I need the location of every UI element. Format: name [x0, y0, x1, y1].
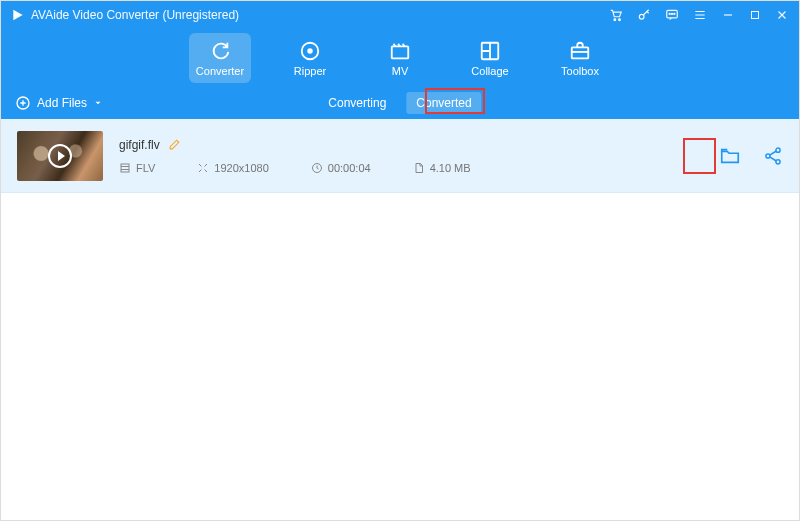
minimize-button[interactable]	[721, 8, 735, 22]
app-title: AVAide Video Converter (Unregistered)	[31, 8, 609, 22]
file-actions	[719, 145, 783, 167]
edit-name-icon[interactable]	[168, 138, 181, 151]
svg-point-4	[669, 13, 670, 14]
nav-label: MV	[392, 65, 409, 77]
meta-size: 4.10 MB	[413, 162, 471, 174]
nav-mv[interactable]: MV	[369, 33, 431, 83]
add-files-button[interactable]: Add Files	[15, 95, 103, 111]
svg-point-1	[619, 19, 621, 21]
key-icon[interactable]	[637, 8, 651, 22]
svg-point-2	[639, 14, 644, 19]
nav-label: Converter	[196, 65, 244, 77]
menu-icon[interactable]	[693, 8, 707, 22]
add-files-label: Add Files	[37, 96, 87, 110]
nav-label: Collage	[471, 65, 508, 77]
play-icon[interactable]	[48, 144, 72, 168]
nav-collage[interactable]: Collage	[459, 33, 521, 83]
svg-rect-12	[572, 47, 589, 58]
chevron-down-icon	[93, 98, 103, 108]
open-folder-button[interactable]	[719, 145, 741, 167]
maximize-button[interactable]	[749, 8, 761, 22]
content-area: gifgif.flv FLV 1920x1080	[1, 119, 799, 520]
status-tabs: Converting Converted	[318, 87, 481, 119]
video-thumbnail[interactable]	[17, 131, 103, 181]
window-controls	[609, 8, 789, 22]
nav-label: Toolbox	[561, 65, 599, 77]
app-window: AVAide Video Converter (Unregistered) Co…	[0, 0, 800, 521]
svg-rect-7	[752, 12, 759, 19]
meta-duration: 00:00:04	[311, 162, 371, 174]
clock-icon	[311, 162, 323, 174]
nav-ripper[interactable]: Ripper	[279, 33, 341, 83]
nav-toolbox[interactable]: Toolbox	[549, 33, 611, 83]
tab-converting[interactable]: Converting	[318, 92, 396, 114]
meta-format: FLV	[119, 162, 155, 174]
file-name: gifgif.flv	[119, 138, 160, 152]
app-logo-icon	[11, 8, 25, 22]
share-button[interactable]	[763, 146, 783, 166]
main-nav: Converter Ripper MV Collage Toolbox	[1, 29, 799, 87]
cart-icon[interactable]	[609, 8, 623, 22]
svg-point-9	[308, 49, 312, 53]
svg-point-6	[674, 13, 675, 14]
sub-bar: Add Files Converting Converted	[1, 87, 799, 119]
file-icon	[413, 162, 425, 174]
nav-converter[interactable]: Converter	[189, 33, 251, 83]
tab-converted[interactable]: Converted	[406, 92, 481, 114]
svg-point-0	[614, 19, 616, 21]
svg-rect-10	[392, 46, 409, 58]
close-button[interactable]	[775, 8, 789, 22]
file-item[interactable]: gifgif.flv FLV 1920x1080	[1, 119, 799, 193]
nav-label: Ripper	[294, 65, 326, 77]
svg-rect-14	[121, 164, 129, 172]
film-icon	[119, 162, 131, 174]
file-info: gifgif.flv FLV 1920x1080	[119, 138, 719, 174]
meta-resolution: 1920x1080	[197, 162, 268, 174]
resolution-icon	[197, 162, 209, 174]
title-bar: AVAide Video Converter (Unregistered)	[1, 1, 799, 29]
svg-point-5	[671, 13, 672, 14]
feedback-icon[interactable]	[665, 8, 679, 22]
